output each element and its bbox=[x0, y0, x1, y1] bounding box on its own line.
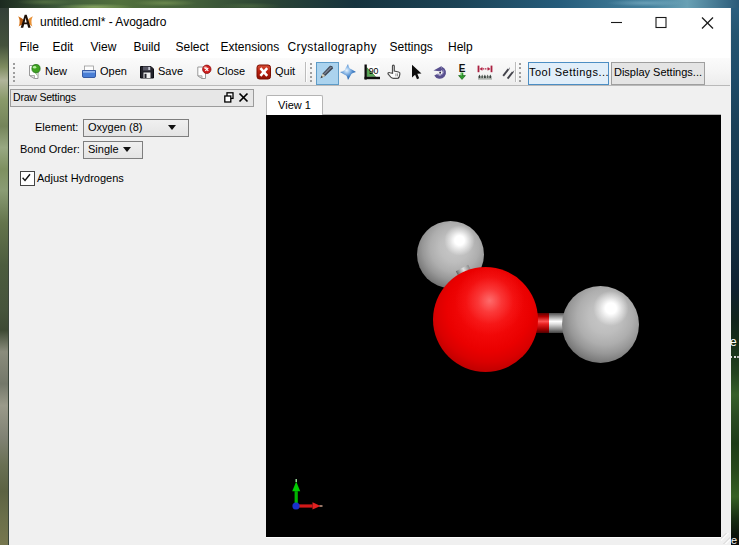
svg-text:90: 90 bbox=[368, 66, 378, 76]
svg-text:E: E bbox=[459, 64, 466, 74]
